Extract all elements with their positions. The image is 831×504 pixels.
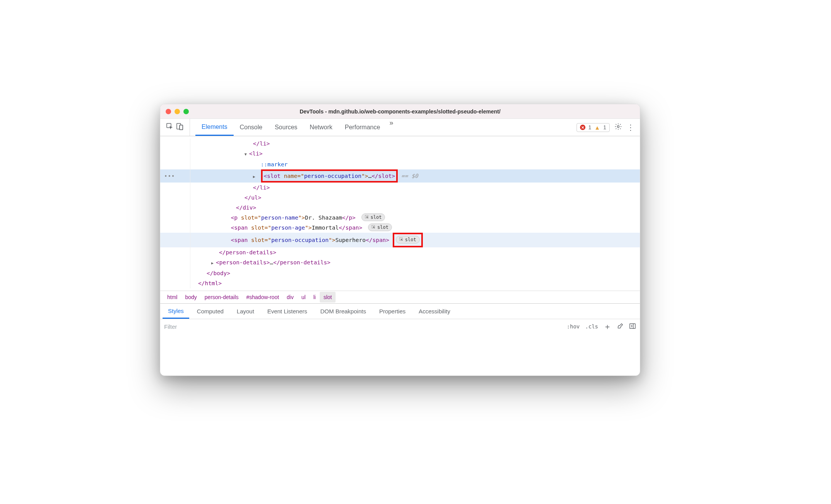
minimize-icon[interactable]: [175, 109, 180, 114]
svg-rect-8: [630, 323, 635, 328]
crumb-shadow-root[interactable]: #shadow-root: [243, 292, 283, 303]
error-count: 1: [588, 124, 592, 130]
warning-icon: ▲: [594, 124, 600, 131]
crumb-person-details[interactable]: person-details: [201, 292, 243, 303]
gear-icon[interactable]: [614, 123, 622, 132]
slot-reveal-badge[interactable]: slot: [361, 213, 385, 221]
issues-badge[interactable]: ✕ 1 ▲ 1: [577, 123, 610, 132]
traffic-lights: [166, 109, 189, 114]
styles-filter-bar: :hov .cls ＋: [160, 319, 640, 334]
fullscreen-icon[interactable]: [183, 109, 189, 114]
highlight-box-slot: <slot name="person-occupation">…</slot>: [261, 169, 398, 183]
tag-li-close: </li>: [253, 140, 270, 147]
dom-row[interactable]: </li>: [160, 183, 640, 193]
window-title: DevTools - mdn.github.io/web-components-…: [160, 108, 640, 115]
devtools-window: DevTools - mdn.github.io/web-components-…: [160, 104, 640, 376]
crumb-slot[interactable]: slot: [320, 292, 336, 303]
subtab-dom-breakpoints[interactable]: DOM Breakpoints: [315, 304, 371, 319]
inspect-icon[interactable]: [166, 122, 174, 132]
dom-row[interactable]: </body>: [160, 268, 640, 278]
dom-row[interactable]: </person-details>: [160, 247, 640, 257]
dom-row[interactable]: </html>: [160, 278, 640, 288]
svg-rect-2: [180, 125, 183, 130]
dom-row[interactable]: </li>: [160, 139, 640, 149]
crumb-div[interactable]: div: [283, 292, 298, 303]
subtab-styles[interactable]: Styles: [163, 304, 189, 319]
tag-li-open: <li>: [249, 151, 263, 157]
dom-row[interactable]: ▶<person-details>…</person-details>: [160, 257, 640, 268]
dom-row[interactable]: <p slot="person-name">Dr. Shazaam</p> sl…: [160, 213, 640, 223]
warning-count: 1: [603, 124, 606, 130]
subtab-event-listeners[interactable]: Event Listeners: [262, 304, 312, 319]
titlebar: DevTools - mdn.github.io/web-components-…: [160, 104, 640, 119]
dom-row[interactable]: <span slot="person-age">Immortal</span> …: [160, 223, 640, 233]
new-style-rule-icon[interactable]: ＋: [604, 321, 611, 332]
main-toolbar: Elements Console Sources Network Perform…: [160, 119, 640, 136]
slot-reveal-badge[interactable]: slot: [368, 223, 392, 231]
highlight-box-slot-badge: slot: [393, 233, 423, 247]
tab-network[interactable]: Network: [304, 119, 339, 136]
sidebar-toggle-icon[interactable]: [629, 323, 636, 331]
tab-performance[interactable]: Performance: [339, 119, 387, 136]
tab-elements[interactable]: Elements: [195, 119, 234, 136]
force-state-button[interactable]: :hov: [567, 323, 580, 330]
disclosure-triangle-icon[interactable]: ▼: [244, 149, 249, 159]
subtab-accessibility[interactable]: Accessibility: [413, 304, 456, 319]
subtab-properties[interactable]: Properties: [374, 304, 411, 319]
disclosure-triangle-icon[interactable]: ▶: [211, 258, 216, 268]
svg-point-4: [617, 126, 619, 128]
crumb-body[interactable]: body: [181, 292, 200, 303]
dom-row[interactable]: ::marker: [160, 159, 640, 169]
element-classes-button[interactable]: .cls: [585, 323, 598, 330]
dom-row[interactable]: </ul>: [160, 193, 640, 203]
overflow-dots-icon[interactable]: •••: [164, 171, 175, 181]
dom-row[interactable]: </div>: [160, 203, 640, 213]
dom-row[interactable]: ▼<li>: [160, 149, 640, 159]
close-icon[interactable]: [166, 109, 171, 114]
dom-tree[interactable]: </li> ▼<li> ::marker ••• ▶ <slot name="p…: [160, 136, 640, 291]
kebab-icon[interactable]: ⋮: [627, 123, 634, 131]
more-tabs-icon[interactable]: »: [386, 119, 396, 136]
subtab-computed[interactable]: Computed: [192, 304, 229, 319]
tab-sources[interactable]: Sources: [268, 119, 304, 136]
styles-subtabs: Styles Computed Layout Event Listeners D…: [160, 304, 640, 319]
crumb-html[interactable]: html: [163, 292, 181, 303]
subtab-layout[interactable]: Layout: [231, 304, 259, 319]
pseudo-marker: ::marker: [261, 161, 288, 167]
crumb-li[interactable]: li: [309, 292, 319, 303]
dom-row-hover[interactable]: <span slot="person-occupation">Superhero…: [160, 233, 640, 247]
tab-console[interactable]: Console: [234, 119, 269, 136]
styles-filter-input[interactable]: [164, 323, 563, 330]
slot-reveal-badge[interactable]: slot: [396, 236, 420, 244]
equals-dollar-zero: == $0: [401, 173, 418, 179]
error-icon: ✕: [580, 125, 585, 130]
device-toggle-icon[interactable]: [176, 122, 184, 132]
breadcrumb: html body person-details #shadow-root di…: [160, 291, 640, 304]
computed-styles-toggle-icon[interactable]: [617, 323, 624, 331]
disclosure-triangle-icon[interactable]: ▶: [253, 172, 258, 182]
dom-row-selected[interactable]: ••• ▶ <slot name="person-occupation">…</…: [160, 169, 640, 183]
crumb-ul[interactable]: ul: [297, 292, 309, 303]
